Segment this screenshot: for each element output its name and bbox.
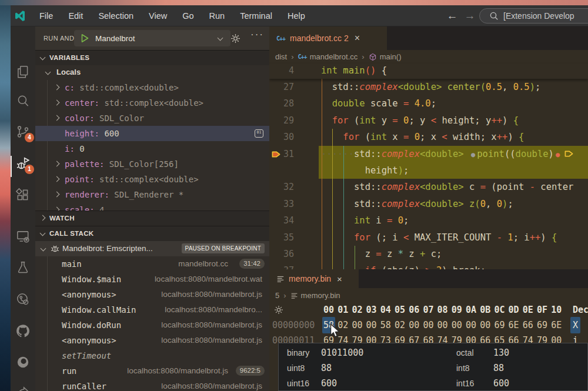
code-line-36[interactable]: 36 z = z * z + c; — [269, 246, 588, 262]
activity-item-search[interactable] — [15, 93, 31, 109]
code-editor[interactable]: C++ mandelbrot.cc 2 × dist › C++ mandelb… — [269, 26, 588, 269]
hex-byte[interactable]: 00 — [480, 318, 490, 333]
command-search-input[interactable]: [Extension Develop — [479, 8, 588, 24]
activity-item-code-references[interactable] — [15, 292, 31, 307]
menu-selection[interactable]: Selection — [91, 5, 141, 26]
breadcrumb-folder[interactable]: dist — [275, 52, 287, 61]
hex-byte[interactable]: 00 — [452, 318, 462, 333]
menu-help[interactable]: Help — [280, 5, 313, 26]
debug-settings-gear-icon[interactable] — [230, 34, 240, 44]
stack-frame-4[interactable]: Window.doRunlocalhost:8080/mandelbrot.js — [35, 318, 269, 333]
tab-mandelbrot-cc[interactable]: C++ mandelbrot.cc 2 × — [269, 26, 387, 50]
breadcrumb[interactable]: dist › C++ mandelbrot.cc › main() — [269, 50, 588, 64]
menu-run[interactable]: Run — [202, 5, 233, 26]
code-line-30[interactable]: 30 for (int x = 0; x < width; x++) { — [269, 129, 588, 145]
code-line-34[interactable]: 34 int i = 0; — [269, 212, 588, 229]
nav-forward-icon[interactable]: → — [462, 5, 478, 26]
variables-header-label: VARIABLES — [49, 54, 89, 61]
locals-scope-row[interactable]: Locals — [35, 65, 269, 80]
activity-item-edge-devtools[interactable] — [15, 355, 31, 370]
close-tab-icon[interactable]: × — [337, 274, 342, 284]
call-stack-section-header[interactable]: CALL STACK — [35, 226, 269, 241]
hex-col-0D: 0D — [509, 303, 519, 318]
activity-item-remote-explorer[interactable] — [15, 229, 31, 244]
cpp-file-icon: C++ — [276, 35, 285, 42]
hex-byte[interactable]: 00 — [466, 318, 476, 333]
code-line-27[interactable]: 27 std::complex<double> center(0.5, 0.5)… — [269, 79, 588, 95]
hex-byte[interactable]: 00 — [423, 318, 433, 333]
hex-byte[interactable]: 00 — [437, 318, 448, 333]
sticky-scroll-line[interactable]: 4 int main() { — [269, 64, 588, 79]
start-debug-icon[interactable] — [80, 33, 89, 44]
activity-item-explorer[interactable] — [15, 64, 31, 79]
activity-item-run-and-debug[interactable]: 1 — [15, 156, 31, 171]
code-line-32[interactable]: 32 std::complex<double> c = (point - cen… — [269, 179, 588, 195]
activity-item-extensions[interactable] — [15, 188, 31, 203]
launch-config-dropdown[interactable]: Mandelbrot — [74, 30, 230, 46]
variable-row-scale[interactable]: scale: 4 — [35, 202, 269, 210]
variable-row-point[interactable]: point: std::complex<double> — [35, 172, 269, 187]
nav-back-icon[interactable]: ← — [444, 5, 460, 26]
breadcrumb-memory-index[interactable]: 5 — [275, 291, 279, 300]
stack-frame-8[interactable]: runCallerlocalhost:8080/mandelbrot.js — [35, 379, 269, 391]
frame-name: Window.$main — [62, 272, 121, 287]
variable-row-color[interactable]: color: SDL_Color — [35, 111, 269, 126]
hex-byte[interactable]: 00 — [352, 318, 362, 333]
hex-byte[interactable]: 69 — [537, 318, 547, 333]
menu-view[interactable]: View — [141, 5, 175, 26]
code-line-35[interactable]: 35 for (; i < MAX_ITER_COUNT - 1; i++) { — [269, 229, 588, 246]
panel-breadcrumb[interactable]: 5 › memory.bin — [269, 288, 588, 303]
hex-settings-gear-icon[interactable] — [274, 305, 283, 315]
debug-session-row[interactable]: Mandelbrot: Emscripten... PAUSED ON BREA… — [35, 241, 269, 256]
stack-frame-6[interactable]: setTimeout — [35, 348, 269, 363]
stack-frame-3[interactable]: Window.callMainlocalhost:8080/mandelbro.… — [35, 302, 269, 318]
hex-byte[interactable]: 6E — [509, 318, 519, 333]
breadcrumb-file[interactable]: memory.bin — [301, 291, 340, 300]
hex-byte[interactable]: 66 — [523, 318, 533, 333]
code-line-wrap[interactable]: height); — [269, 162, 588, 179]
hex-byte[interactable]: 6E — [551, 318, 562, 333]
code-line-33[interactable]: 33 std::complex<double> z(0, 0); — [269, 196, 588, 212]
variable-row-height[interactable]: height: 60001 — [35, 126, 269, 141]
hex-byte[interactable]: 69 — [494, 318, 505, 333]
variable-row-i[interactable]: i: 0 — [35, 141, 269, 156]
code-line-37[interactable]: 37 if (abs(z) > 2) break; — [269, 262, 588, 269]
code-line-31[interactable]: 31······std::complex<double> ●point((dou… — [269, 146, 588, 162]
code-line-28[interactable]: 28 double scale = 4.0; — [269, 95, 588, 112]
activity-item-source-control[interactable]: 4 — [15, 124, 31, 139]
paused-breakpoint-icon[interactable] — [271, 150, 281, 159]
activity-item-testing[interactable] — [15, 260, 31, 275]
variable-row-center[interactable]: center: std::complex<double> — [35, 95, 269, 111]
inspector-row: binary01011000octal130 — [279, 345, 588, 360]
menu-edit[interactable]: Edit — [61, 5, 91, 26]
watch-header-label: WATCH — [49, 215, 75, 222]
breadcrumb-file[interactable]: mandelbrot.cc — [310, 52, 358, 61]
variable-row-c[interactable]: c: std::complex<double> — [35, 80, 269, 95]
chevron-right-icon — [40, 215, 46, 221]
variables-section-header[interactable]: VARIABLES — [35, 50, 269, 65]
hex-byte[interactable]: 02 — [395, 318, 405, 333]
decoded-text[interactable]: X — [570, 317, 580, 333]
hex-byte[interactable]: 00 — [409, 318, 419, 333]
more-actions-icon[interactable]: ··· — [250, 29, 264, 41]
hex-byte[interactable]: 00 — [366, 318, 377, 333]
stack-frame-main[interactable]: mainmandelbrot.cc31:42 — [35, 256, 269, 272]
menu-file[interactable]: File — [32, 5, 61, 26]
stack-frame-7[interactable]: runlocalhost:8080/mandelbrot.js9622:5 — [35, 363, 269, 379]
activity-item-github[interactable] — [15, 323, 31, 339]
menu-go[interactable]: Go — [175, 5, 201, 26]
stack-frame-2[interactable]: <anonymous>localhost:8080/mandelbrot.js — [35, 287, 269, 302]
hex-byte[interactable]: 58 — [380, 318, 391, 333]
binary-view-icon[interactable]: 01 — [255, 129, 263, 138]
close-tab-icon[interactable]: × — [355, 33, 360, 44]
code-line-29[interactable]: 29 for (int y = 0; y < height; y++) { — [269, 112, 588, 129]
menu-terminal[interactable]: Terminal — [232, 5, 280, 26]
activity-item-live-share[interactable] — [15, 386, 31, 391]
tab-memory-bin[interactable]: memory.bin × — [269, 269, 359, 288]
variable-row-renderer[interactable]: renderer: SDL_Renderer * — [35, 187, 269, 202]
stack-frame-1[interactable]: Window.$mainlocalhost:8080/mandelbrot.wa… — [35, 272, 269, 287]
watch-section-header[interactable]: WATCH — [35, 210, 269, 226]
variable-row-palette[interactable]: palette: SDL_Color[256] — [35, 156, 269, 172]
breadcrumb-symbol[interactable]: main() — [380, 52, 402, 61]
stack-frame-5[interactable]: <anonymous>localhost:8080/mandelbrot.js — [35, 333, 269, 348]
